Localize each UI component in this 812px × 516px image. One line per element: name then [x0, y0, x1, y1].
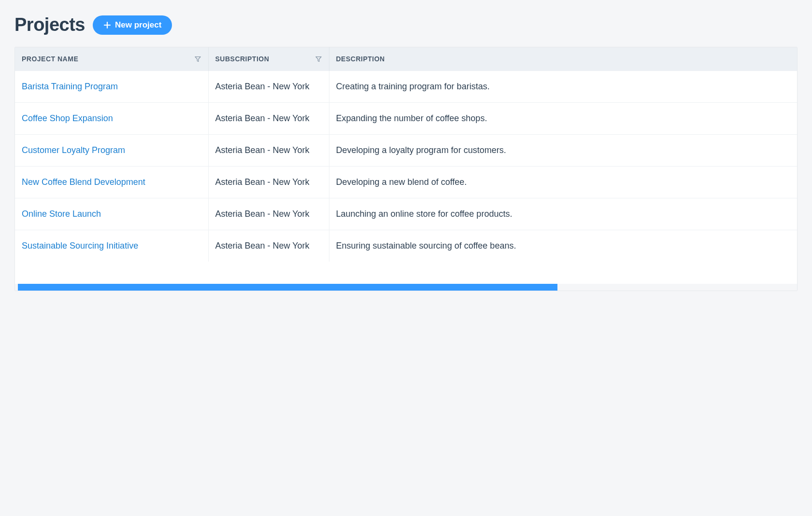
project-link[interactable]: Barista Training Program — [22, 82, 118, 91]
table-row: Online Store LaunchAsteria Bean - New Yo… — [15, 198, 797, 230]
cell-project-name: Online Store Launch — [15, 198, 208, 230]
project-link[interactable]: Online Store Launch — [22, 209, 101, 219]
table-row: Customer Loyalty ProgramAsteria Bean - N… — [15, 135, 797, 167]
projects-table: PROJECT NAME SUBSCRIPTION — [15, 47, 797, 262]
cell-subscription: Asteria Bean - New York — [208, 71, 329, 103]
project-link[interactable]: Coffee Shop Expansion — [22, 113, 113, 123]
table-row: New Coffee Blend DevelopmentAsteria Bean… — [15, 167, 797, 198]
cell-project-name: New Coffee Blend Development — [15, 167, 208, 198]
project-link[interactable]: Sustainable Sourcing Initiative — [22, 241, 138, 251]
table-row: Sustainable Sourcing InitiativeAsteria B… — [15, 230, 797, 262]
column-header-subscription[interactable]: SUBSCRIPTION — [208, 47, 329, 71]
cell-project-name: Sustainable Sourcing Initiative — [15, 230, 208, 262]
cell-subscription: Asteria Bean - New York — [208, 167, 329, 198]
cell-description: Developing a loyalty program for custome… — [329, 135, 797, 167]
cell-project-name: Barista Training Program — [15, 71, 208, 103]
page-header: Projects New project — [14, 14, 798, 35]
new-project-label: New project — [115, 20, 161, 30]
horizontal-scrollbar-track[interactable] — [15, 284, 797, 291]
project-link[interactable]: New Coffee Blend Development — [22, 177, 145, 187]
filter-icon[interactable] — [315, 56, 322, 63]
projects-table-wrapper: PROJECT NAME SUBSCRIPTION — [14, 47, 798, 291]
cell-subscription: Asteria Bean - New York — [208, 103, 329, 135]
column-header-project-name[interactable]: PROJECT NAME — [15, 47, 208, 71]
column-label: PROJECT NAME — [22, 55, 78, 63]
cell-project-name: Coffee Shop Expansion — [15, 103, 208, 135]
cell-description: Developing a new blend of coffee. — [329, 167, 797, 198]
cell-subscription: Asteria Bean - New York — [208, 230, 329, 262]
cell-description: Launching an online store for coffee pro… — [329, 198, 797, 230]
cell-project-name: Customer Loyalty Program — [15, 135, 208, 167]
column-label: DESCRIPTION — [336, 55, 385, 63]
cell-description: Creating a training program for baristas… — [329, 71, 797, 103]
cell-description: Ensuring sustainable sourcing of coffee … — [329, 230, 797, 262]
new-project-button[interactable]: New project — [93, 15, 172, 35]
project-link[interactable]: Customer Loyalty Program — [22, 145, 125, 155]
cell-description: Expanding the number of coffee shops. — [329, 103, 797, 135]
plus-icon — [103, 21, 111, 29]
table-row: Coffee Shop ExpansionAsteria Bean - New … — [15, 103, 797, 135]
filter-icon[interactable] — [194, 56, 201, 63]
cell-subscription: Asteria Bean - New York — [208, 135, 329, 167]
column-header-description[interactable]: DESCRIPTION — [329, 47, 797, 71]
column-label: SUBSCRIPTION — [215, 55, 270, 63]
page-title: Projects — [14, 14, 85, 35]
table-row: Barista Training ProgramAsteria Bean - N… — [15, 71, 797, 103]
horizontal-scrollbar-thumb[interactable] — [18, 284, 557, 291]
cell-subscription: Asteria Bean - New York — [208, 198, 329, 230]
